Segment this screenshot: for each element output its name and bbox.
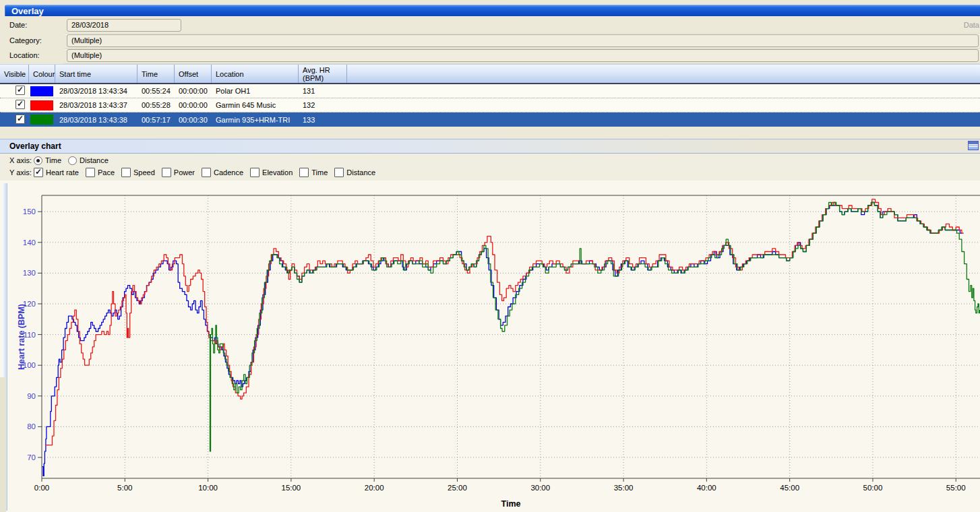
category-label: Category: xyxy=(9,36,42,44)
table-header: Visible Colour Start time Time Offset Lo… xyxy=(0,64,980,84)
xaxis-radio-distance[interactable]: Distance xyxy=(68,156,109,165)
cell-time: 00:57:17 xyxy=(137,116,175,124)
svg-text:80: 80 xyxy=(27,422,36,430)
x-axis-row: X axis: Time Distance xyxy=(9,154,980,166)
overlay-chart-title: Overlay chart xyxy=(9,141,61,151)
radio-icon[interactable] xyxy=(34,156,42,165)
cell-offset: 00:00:30 xyxy=(175,116,212,124)
overlay-panel-header: Overlay xyxy=(5,5,980,16)
visible-checkbox[interactable] xyxy=(16,100,25,109)
checkbox-icon[interactable] xyxy=(86,168,95,177)
radio-label: Distance xyxy=(80,156,109,164)
y-axis-label: Y axis: xyxy=(9,168,34,177)
overlay-panel-title: Overlay xyxy=(11,6,44,16)
cell-offset: 00:00:00 xyxy=(175,101,212,109)
col-filler xyxy=(347,65,980,83)
table-row[interactable]: 28/03/2018 13:43:34 00:55:24 00:00:00 Po… xyxy=(0,84,980,98)
checkbox-icon[interactable] xyxy=(34,168,43,177)
svg-text:70: 70 xyxy=(27,453,36,461)
cell-location: Garmin 935+HRM-TRI xyxy=(212,116,299,124)
checkbox-icon[interactable] xyxy=(121,168,131,177)
svg-text:150: 150 xyxy=(23,207,36,216)
overlay-chart-header: Overlay chart xyxy=(0,139,980,154)
yaxis-checkbox-power[interactable]: Power xyxy=(162,168,195,177)
cell-avg-hr: 131 xyxy=(299,87,347,95)
table-row[interactable]: 28/03/2018 13:43:38 00:57:17 00:00:30 Ga… xyxy=(0,113,980,127)
svg-text:55:00: 55:00 xyxy=(946,484,966,492)
yaxis-checkbox-cadence[interactable]: Cadence xyxy=(202,168,243,177)
svg-text:130: 130 xyxy=(23,269,36,277)
cell-start-time: 28/03/2018 13:43:38 xyxy=(55,116,137,124)
svg-text:10:00: 10:00 xyxy=(198,484,218,492)
checkbox-icon[interactable] xyxy=(299,168,309,177)
category-field[interactable]: (Multiple) xyxy=(67,34,979,47)
colour-swatch[interactable] xyxy=(30,86,53,96)
col-avg-hr[interactable]: Avg. HR (BPM) xyxy=(299,65,347,83)
y-axis-row: Y axis: Heart rate Pace Speed Power Cade… xyxy=(9,166,980,179)
svg-text:0:00: 0:00 xyxy=(34,484,49,492)
checkbox-label: Cadence xyxy=(214,168,243,177)
col-time[interactable]: Time xyxy=(137,65,175,83)
svg-text:50:00: 50:00 xyxy=(863,484,883,492)
col-location[interactable]: Location xyxy=(212,65,299,83)
data-link[interactable]: Data xyxy=(964,21,979,29)
checkbox-icon[interactable] xyxy=(250,168,259,177)
axis-controls: X axis: Time Distance Y axis: Heart rate… xyxy=(9,154,980,179)
checkbox-label: Speed xyxy=(133,168,155,177)
radio-icon[interactable] xyxy=(68,156,77,165)
checkbox-icon[interactable] xyxy=(202,168,211,177)
col-colour[interactable]: Colour xyxy=(29,65,55,83)
checkbox-label: Distance xyxy=(346,168,375,177)
svg-text:Time: Time xyxy=(501,499,521,509)
checkbox-icon[interactable] xyxy=(162,168,171,177)
xaxis-radio-time[interactable]: Time xyxy=(34,156,61,165)
cell-location: Polar OH1 xyxy=(212,87,299,95)
table-row[interactable]: 28/03/2018 13:43:37 00:55:28 00:00:00 Ga… xyxy=(0,98,980,113)
col-offset[interactable]: Offset xyxy=(175,65,212,83)
yaxis-checkbox-heart-rate[interactable]: Heart rate xyxy=(34,168,79,177)
colour-swatch[interactable] xyxy=(30,100,53,110)
svg-text:15:00: 15:00 xyxy=(281,484,301,492)
svg-text:20:00: 20:00 xyxy=(365,484,384,492)
cell-start-time: 28/03/2018 13:43:34 xyxy=(55,87,137,95)
cell-time: 00:55:28 xyxy=(137,101,175,109)
location-label: Location: xyxy=(9,51,40,59)
svg-text:140: 140 xyxy=(23,238,36,247)
svg-text:45:00: 45:00 xyxy=(780,484,799,492)
category-row: Category: (Multiple) xyxy=(0,34,980,49)
visible-checkbox[interactable] xyxy=(16,86,25,95)
col-visible[interactable]: Visible xyxy=(0,65,29,83)
cell-time: 00:55:24 xyxy=(137,87,175,95)
svg-text:5:00: 5:00 xyxy=(117,484,132,492)
svg-text:40:00: 40:00 xyxy=(697,484,716,492)
visible-checkbox[interactable] xyxy=(16,115,25,124)
svg-text:35:00: 35:00 xyxy=(614,484,634,492)
yaxis-checkbox-pace[interactable]: Pace xyxy=(86,168,115,177)
location-row: Location: (Multiple) xyxy=(0,49,980,64)
chart-panel-icon[interactable] xyxy=(968,141,979,150)
cell-location: Garmin 645 Music xyxy=(212,101,299,109)
checkbox-label: Heart rate xyxy=(46,168,79,177)
location-field[interactable]: (Multiple) xyxy=(67,49,979,62)
yaxis-checkbox-time[interactable]: Time xyxy=(299,168,328,177)
cell-start-time: 28/03/2018 13:43:37 xyxy=(55,101,137,109)
heart-rate-chart: 7080901001101201301401500:005:0010:0015:… xyxy=(0,182,980,512)
yaxis-checkbox-elevation[interactable]: Elevation xyxy=(250,168,293,177)
yaxis-checkbox-speed[interactable]: Speed xyxy=(121,168,155,177)
checkbox-icon[interactable] xyxy=(334,168,344,177)
overlay-window: Overlay Date: 28/03/2018 Category: (Mult… xyxy=(0,0,980,512)
x-axis-label: X axis: xyxy=(9,156,34,164)
svg-text:30:00: 30:00 xyxy=(530,484,550,492)
cell-avg-hr: 132 xyxy=(299,101,347,109)
checkbox-label: Time xyxy=(311,168,328,177)
date-field[interactable]: 28/03/2018 xyxy=(67,19,181,32)
svg-text:Heart rate (BPM): Heart rate (BPM) xyxy=(17,304,26,370)
series-Polar OH1 xyxy=(42,203,962,476)
colour-swatch[interactable] xyxy=(30,115,53,125)
row-divider xyxy=(64,33,980,34)
date-label: Date: xyxy=(9,21,27,29)
yaxis-checkbox-distance[interactable]: Distance xyxy=(334,168,375,177)
col-start-time[interactable]: Start time xyxy=(55,65,137,83)
checkbox-label: Elevation xyxy=(262,168,293,177)
svg-text:25:00: 25:00 xyxy=(448,484,467,492)
